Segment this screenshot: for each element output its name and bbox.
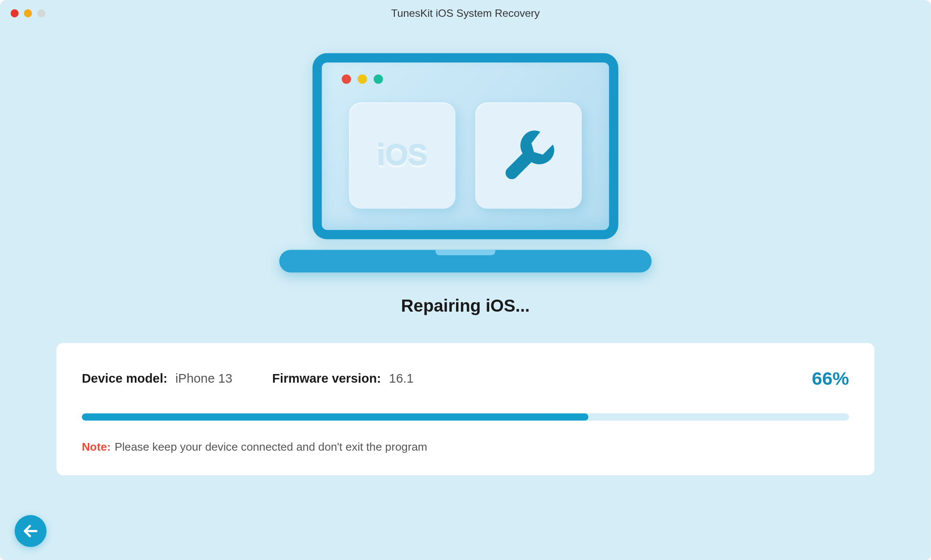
status-heading: Repairing iOS... bbox=[401, 296, 530, 316]
info-row: Device model: iPhone 13 Firmware version… bbox=[82, 368, 849, 389]
ios-tile: iOS bbox=[349, 102, 456, 209]
firmware-version-label: Firmware version: bbox=[272, 371, 381, 386]
device-model-label: Device model: bbox=[82, 371, 168, 386]
minimize-window-button[interactable] bbox=[24, 9, 32, 18]
illustration-dot-red bbox=[342, 74, 351, 84]
wrench-tile bbox=[475, 102, 582, 209]
firmware-version-field: Firmware version: 16.1 bbox=[272, 371, 413, 386]
info-card: Device model: iPhone 13 Firmware version… bbox=[56, 343, 874, 475]
laptop-notch bbox=[435, 250, 495, 255]
note-row: Note: Please keep your device connected … bbox=[82, 441, 849, 454]
app-window: TunesKit iOS System Recovery iOS bbox=[0, 0, 931, 560]
window-traffic-lights bbox=[11, 9, 45, 18]
ios-tile-label: iOS bbox=[377, 139, 428, 172]
window-title: TunesKit iOS System Recovery bbox=[391, 7, 540, 19]
main-content: iOS Repairing iOS... Dev bbox=[0, 27, 931, 475]
illustration-dot-yellow bbox=[358, 74, 367, 84]
laptop-illustration: iOS bbox=[279, 53, 652, 273]
laptop-screen: iOS bbox=[313, 53, 618, 239]
close-window-button[interactable] bbox=[11, 9, 19, 18]
arrow-left-icon bbox=[22, 523, 39, 540]
illustration-traffic-lights bbox=[342, 74, 383, 84]
note-label: Note: bbox=[82, 441, 111, 454]
title-bar: TunesKit iOS System Recovery bbox=[0, 0, 931, 27]
progress-fill bbox=[82, 413, 588, 421]
firmware-version-value: 16.1 bbox=[389, 371, 413, 386]
maximize-window-button bbox=[37, 9, 45, 18]
progress-percent: 66% bbox=[812, 368, 849, 389]
device-model-value: iPhone 13 bbox=[175, 371, 232, 386]
note-text: Please keep your device connected and do… bbox=[115, 441, 427, 454]
device-model-field: Device model: iPhone 13 bbox=[82, 371, 233, 386]
wrench-icon bbox=[497, 124, 560, 187]
back-button[interactable] bbox=[15, 515, 47, 547]
laptop-base bbox=[279, 250, 652, 272]
illustration-dot-green bbox=[374, 74, 383, 84]
progress-bar bbox=[82, 413, 849, 421]
info-fields: Device model: iPhone 13 Firmware version… bbox=[82, 371, 414, 386]
illustration-tiles: iOS bbox=[349, 102, 582, 209]
